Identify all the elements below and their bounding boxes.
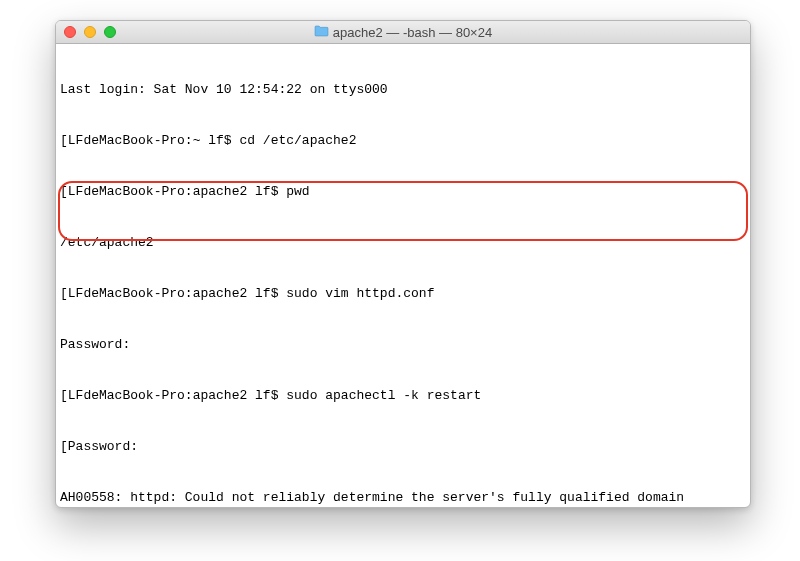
terminal-line: /etc/apache2 <box>60 234 746 251</box>
terminal-line: [LFdeMacBook-Pro:apache2 lf$ pwd <box>60 183 746 200</box>
terminal-line: Password: <box>60 336 746 353</box>
terminal-line: [LFdeMacBook-Pro:~ lf$ cd /etc/apache2 <box>60 132 746 149</box>
terminal-line: AH00558: httpd: Could not reliably deter… <box>60 489 746 506</box>
close-icon[interactable] <box>64 26 76 38</box>
terminal-line: [LFdeMacBook-Pro:apache2 lf$ sudo apache… <box>60 387 746 404</box>
titlebar: apache2 — -bash — 80×24 <box>56 21 750 44</box>
window-title: apache2 — -bash — 80×24 <box>56 25 750 40</box>
window-title-text: apache2 — -bash — 80×24 <box>333 25 492 40</box>
terminal-body[interactable]: Last login: Sat Nov 10 12:54:22 on ttys0… <box>56 44 750 508</box>
zoom-icon[interactable] <box>104 26 116 38</box>
terminal-window: apache2 — -bash — 80×24 Last login: Sat … <box>55 20 751 508</box>
terminal-line: [Password: <box>60 438 746 455</box>
traffic-lights <box>64 26 116 38</box>
folder-icon <box>314 25 329 40</box>
terminal-line: [LFdeMacBook-Pro:apache2 lf$ sudo vim ht… <box>60 285 746 302</box>
minimize-icon[interactable] <box>84 26 96 38</box>
terminal-line: Last login: Sat Nov 10 12:54:22 on ttys0… <box>60 81 746 98</box>
